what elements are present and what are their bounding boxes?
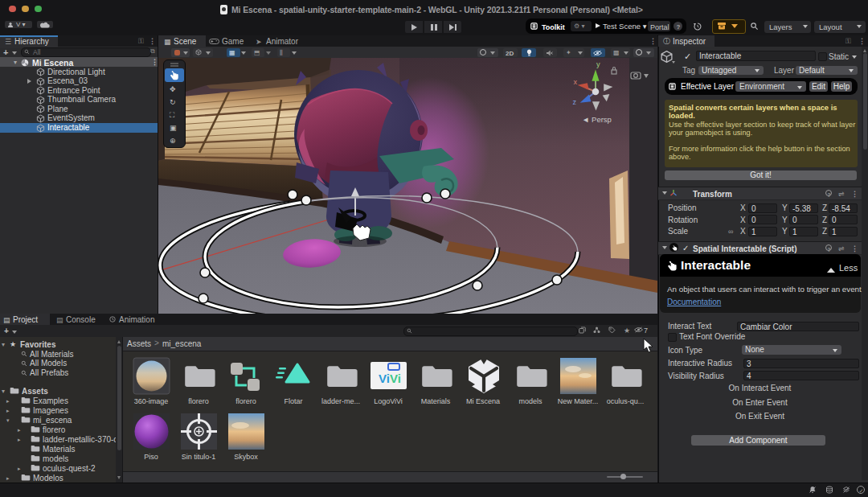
svg-text:florero: florero <box>188 397 209 405</box>
svg-text:Materials: Materials <box>421 397 451 405</box>
svg-text:Skybox: Skybox <box>234 453 258 461</box>
svg-text:models: models <box>518 397 542 405</box>
svg-text:LogoViVi: LogoViVi <box>374 397 403 405</box>
svg-text:360-image: 360-image <box>134 397 169 405</box>
svg-text:oculus-qu...: oculus-qu... <box>607 397 645 405</box>
svg-text:Piso: Piso <box>144 453 158 461</box>
svg-text:◄ Persp: ◄ Persp <box>582 115 612 124</box>
svg-text:Mi Escena: Mi Escena <box>466 397 500 405</box>
svg-text:Flotar: Flotar <box>284 397 302 405</box>
svg-text:Sin titulo-1: Sin titulo-1 <box>182 453 216 461</box>
svg-text:x: x <box>573 78 577 86</box>
svg-text:ViVi: ViVi <box>379 372 401 385</box>
svg-text:y: y <box>596 60 600 68</box>
svg-text:ladder-me...: ladder-me... <box>321 397 360 405</box>
svg-text:florero: florero <box>235 397 256 405</box>
svg-text:z: z <box>572 98 576 106</box>
svg-text:New Mater...: New Mater... <box>558 397 599 405</box>
